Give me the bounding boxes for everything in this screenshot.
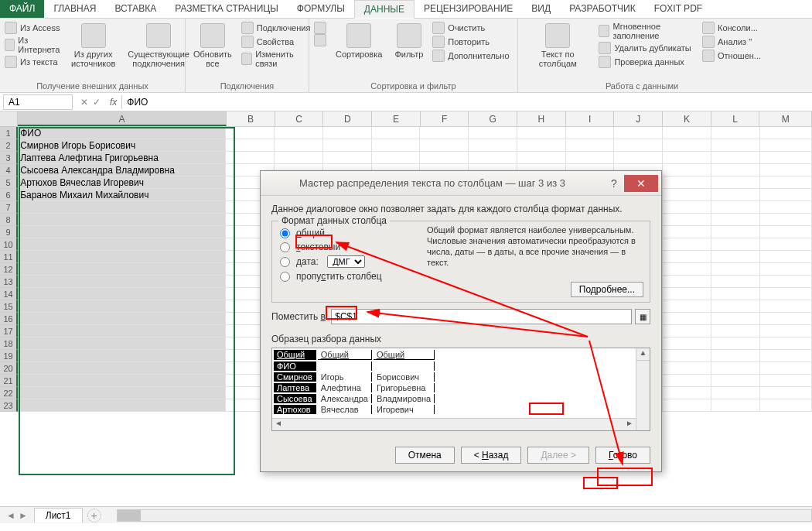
cell[interactable]: [663, 251, 711, 263]
row-header[interactable]: 21: [0, 375, 18, 387]
cell[interactable]: [517, 139, 566, 152]
row-header[interactable]: 1: [0, 127, 18, 139]
ribbon-tab-вставка[interactable]: ВСТАВКА: [105, 0, 165, 18]
more-button[interactable]: Подробнее...: [571, 282, 643, 297]
back-button[interactable]: < Назад: [461, 447, 522, 464]
name-box[interactable]: A1: [3, 94, 73, 110]
column-header[interactable]: C: [275, 111, 324, 126]
cell[interactable]: [711, 214, 760, 226]
ribbon-tab-разметка страницы[interactable]: РАЗМЕТКА СТРАНИЦЫ: [165, 0, 288, 18]
cell[interactable]: [711, 337, 760, 350]
cell[interactable]: [760, 139, 812, 152]
cell[interactable]: [711, 164, 760, 176]
radio-text-input[interactable]: [280, 242, 290, 252]
cell[interactable]: [760, 276, 812, 288]
enter-formula-icon[interactable]: ✓: [93, 97, 101, 108]
cell[interactable]: [614, 152, 663, 164]
cell[interactable]: [18, 337, 226, 350]
cell[interactable]: [275, 152, 323, 164]
cell[interactable]: [663, 226, 711, 238]
sort-az-button[interactable]: [314, 22, 326, 34]
cell[interactable]: [663, 337, 711, 350]
cell[interactable]: [711, 313, 760, 325]
cell[interactable]: [469, 139, 517, 152]
close-button[interactable]: ✕: [624, 175, 658, 192]
cell[interactable]: [663, 350, 711, 362]
sort-za-button[interactable]: [314, 34, 326, 46]
cell[interactable]: [420, 127, 469, 139]
filter-button[interactable]: Фильтр: [391, 22, 426, 60]
cell[interactable]: [760, 214, 812, 226]
ribbon-tab-разработчик[interactable]: РАЗРАБОТЧИК: [560, 0, 645, 18]
row-header[interactable]: 15: [0, 300, 18, 313]
cell[interactable]: [275, 127, 323, 139]
cell[interactable]: [760, 300, 812, 313]
cell[interactable]: [18, 387, 226, 399]
cancel-button[interactable]: Отмена: [395, 447, 455, 464]
cell[interactable]: [517, 127, 566, 139]
date-format-select[interactable]: ДМГ: [327, 255, 365, 268]
row-header[interactable]: 16: [0, 313, 18, 325]
cell[interactable]: [711, 139, 760, 152]
cell[interactable]: [614, 139, 663, 152]
column-header[interactable]: G: [469, 111, 517, 126]
ribbon-tab-foxit pdf[interactable]: Foxit PDF: [645, 0, 711, 18]
cell[interactable]: [711, 350, 760, 362]
remove-duplicates-button[interactable]: Удалить дубликаты: [599, 42, 696, 54]
cell[interactable]: [760, 362, 812, 375]
select-all-corner[interactable]: [0, 111, 18, 126]
cell[interactable]: [18, 201, 226, 214]
cell[interactable]: [372, 139, 421, 152]
cell[interactable]: [760, 350, 812, 362]
range-picker-button[interactable]: ▦: [635, 309, 650, 324]
cell[interactable]: [760, 313, 812, 325]
cell[interactable]: [18, 226, 226, 238]
cell[interactable]: [760, 176, 812, 189]
cell[interactable]: [711, 276, 760, 288]
cell[interactable]: [614, 127, 663, 139]
column-header[interactable]: I: [566, 111, 615, 126]
row-header[interactable]: 10: [0, 238, 18, 251]
sheet-tab[interactable]: Лист1: [34, 508, 83, 522]
fx-icon[interactable]: fx: [105, 97, 121, 108]
ribbon-tab-файл[interactable]: ФАЙЛ: [0, 0, 44, 18]
column-header[interactable]: A: [18, 111, 227, 126]
formula-input[interactable]: ФИО: [121, 95, 812, 109]
cell[interactable]: [372, 152, 421, 164]
cell[interactable]: [18, 288, 226, 300]
ribbon-tab-вид[interactable]: ВИД: [522, 0, 560, 18]
cell[interactable]: [663, 313, 711, 325]
row-header[interactable]: 6: [0, 189, 18, 201]
cell[interactable]: [711, 325, 760, 337]
radio-date-input[interactable]: [280, 257, 290, 267]
cell[interactable]: [18, 362, 226, 375]
cell[interactable]: [663, 387, 711, 399]
cell[interactable]: [18, 300, 226, 313]
cell[interactable]: [711, 226, 760, 238]
cell[interactable]: Лаптева Алефтина Григорьевна: [18, 152, 226, 164]
other-sources-button[interactable]: Из других источников: [68, 22, 118, 70]
column-header[interactable]: M: [759, 111, 812, 126]
cell[interactable]: [663, 300, 711, 313]
cell[interactable]: [226, 152, 275, 164]
cell[interactable]: [372, 127, 421, 139]
cell[interactable]: [226, 127, 275, 139]
row-header[interactable]: 5: [0, 176, 18, 189]
sort-button[interactable]: Сортировка: [333, 22, 385, 60]
row-header[interactable]: 17: [0, 325, 18, 337]
column-header[interactable]: B: [227, 111, 275, 126]
preview-vscroll[interactable]: ▲: [636, 348, 650, 430]
cell[interactable]: [711, 387, 760, 399]
ribbon-tab-главная[interactable]: ГЛАВНАЯ: [44, 0, 105, 18]
cell[interactable]: [663, 164, 711, 176]
cell[interactable]: [711, 300, 760, 313]
row-header[interactable]: 18: [0, 337, 18, 350]
row-header[interactable]: 4: [0, 164, 18, 176]
row-header[interactable]: 23: [0, 399, 18, 412]
row-header[interactable]: 14: [0, 288, 18, 300]
cell[interactable]: [711, 288, 760, 300]
row-header[interactable]: 20: [0, 362, 18, 375]
consolidate-button[interactable]: Консоли...: [702, 22, 761, 34]
cell[interactable]: [711, 238, 760, 251]
cell[interactable]: [566, 127, 615, 139]
